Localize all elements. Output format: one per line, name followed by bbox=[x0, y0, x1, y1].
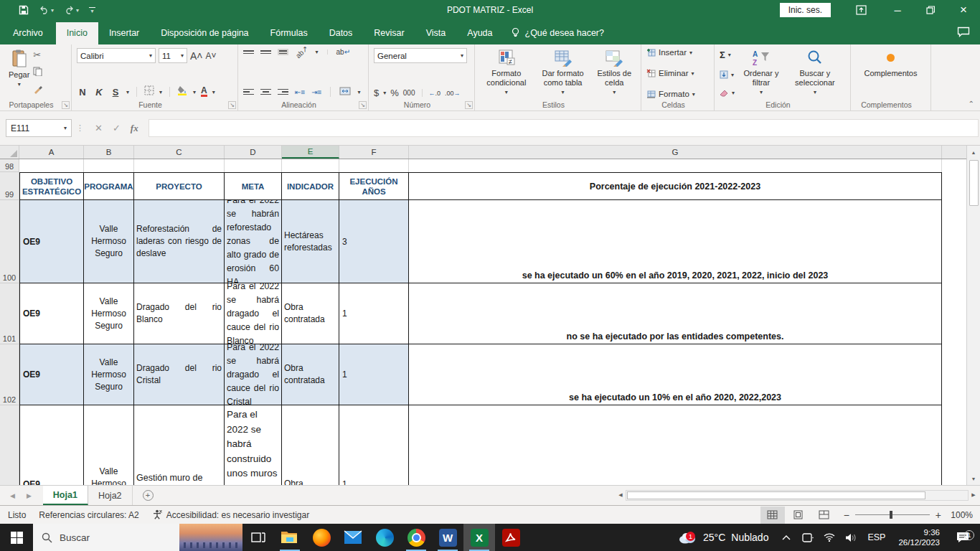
merge-center-icon[interactable] bbox=[339, 85, 351, 98]
comments-icon[interactable] bbox=[957, 27, 970, 40]
restore-button[interactable] bbox=[914, 0, 947, 20]
cell-a101[interactable]: OE9 bbox=[19, 283, 84, 344]
select-all-button[interactable] bbox=[0, 146, 19, 159]
merge-dropdown-icon[interactable]: ▾ bbox=[357, 89, 360, 95]
wrap-text-icon[interactable]: ab↵ bbox=[336, 48, 351, 56]
redo-button[interactable]: ▾ bbox=[64, 6, 79, 14]
addins-button[interactable]: Complementos bbox=[861, 48, 921, 98]
cell-g103[interactable] bbox=[409, 405, 942, 485]
cell-d99[interactable]: META bbox=[225, 172, 282, 200]
new-sheet-button[interactable]: + bbox=[143, 486, 154, 505]
cell-b99[interactable]: PROGRAMA bbox=[84, 172, 134, 200]
copy-icon[interactable] bbox=[33, 66, 42, 79]
currency-icon[interactable]: $ bbox=[374, 88, 379, 98]
delete-cells-button[interactable]: Eliminar▾ bbox=[646, 69, 709, 77]
tablet-mode-icon[interactable] bbox=[798, 533, 817, 542]
collapse-ribbon-icon[interactable]: ⌃ bbox=[969, 100, 974, 108]
page-break-view-button[interactable] bbox=[812, 507, 837, 524]
cell-c100[interactable]: Reforestación de laderas con riesgo de d… bbox=[134, 200, 225, 283]
vertical-scrollbar[interactable]: ▲ ▼ bbox=[966, 146, 980, 485]
format-cells-button[interactable]: Formato▾ bbox=[646, 90, 709, 98]
customize-qat-icon[interactable]: ▾ bbox=[89, 7, 95, 13]
underline-button[interactable]: S bbox=[110, 87, 121, 98]
ribbon-display-options-icon[interactable] bbox=[847, 0, 875, 20]
grow-font-icon[interactable]: A˄ bbox=[190, 50, 203, 62]
column-header-e[interactable]: E bbox=[282, 146, 339, 159]
undo-dropdown-icon[interactable]: ▾ bbox=[51, 7, 54, 14]
cell-f103[interactable]: 1 bbox=[339, 405, 409, 485]
column-header-f[interactable]: F bbox=[339, 146, 409, 159]
dialog-launcher-icon[interactable]: ↘ bbox=[465, 101, 473, 109]
paste-button[interactable]: Pegar ▾ bbox=[5, 48, 33, 98]
tray-chevron-icon[interactable] bbox=[777, 534, 796, 540]
cell-b103[interactable]: Valle Hermoso Seguro bbox=[84, 405, 134, 485]
minimize-button[interactable]: ─ bbox=[881, 0, 914, 20]
cell-d100[interactable]: Para el 2022 se habrán reforestado zonas… bbox=[225, 200, 282, 283]
tab-formulas[interactable]: Fórmulas bbox=[260, 22, 319, 44]
page-layout-view-button[interactable] bbox=[786, 507, 811, 524]
clear-icon[interactable]: ▾ bbox=[720, 89, 735, 97]
cell-d103[interactable]: Para el 2022 se habrá construido unos mu… bbox=[225, 405, 282, 485]
cell-e100[interactable]: Hectáreas reforestadas bbox=[282, 200, 339, 283]
font-name-box[interactable]: Calibri▾ bbox=[77, 48, 156, 63]
row-header-98[interactable]: 98 bbox=[0, 159, 19, 172]
undo-button[interactable]: ▾ bbox=[39, 6, 54, 14]
sign-in-button[interactable]: Inic. ses. bbox=[780, 3, 831, 17]
start-button[interactable] bbox=[0, 524, 33, 551]
horizontal-scrollbar[interactable]: ◀ ▶ bbox=[616, 489, 979, 501]
normal-view-button[interactable] bbox=[760, 507, 785, 524]
tab-ayuda[interactable]: Ayuda bbox=[456, 22, 503, 44]
cell-g102[interactable]: se ha ejecutado un 10% en el año 2020, 2… bbox=[409, 344, 942, 405]
name-box[interactable]: E111▾ bbox=[6, 119, 72, 137]
insert-function-icon[interactable]: fx bbox=[131, 123, 138, 134]
scroll-right-icon[interactable]: ▶ bbox=[969, 492, 979, 498]
row-header-100[interactable]: 100 bbox=[0, 200, 19, 283]
cell-f99[interactable]: EJECUCIÓN AÑOS bbox=[339, 172, 409, 200]
search-box-image[interactable] bbox=[179, 524, 242, 551]
zoom-in-icon[interactable]: + bbox=[936, 509, 941, 521]
scroll-left-icon[interactable]: ◀ bbox=[616, 492, 626, 498]
font-color-icon[interactable]: A bbox=[201, 87, 207, 97]
cell-f102[interactable]: 1 bbox=[339, 344, 409, 405]
increase-decimal-icon[interactable]: ←.0 bbox=[429, 90, 441, 97]
borders-dropdown-icon[interactable]: ▾ bbox=[159, 89, 162, 95]
sheet-tab-hoja1[interactable]: Hoja1 bbox=[43, 486, 88, 505]
bold-button[interactable]: N bbox=[77, 87, 88, 98]
circular-references-status[interactable]: Referencias circulares: A2 bbox=[32, 510, 145, 520]
find-select-button[interactable]: Buscar y seleccionar ▾ bbox=[785, 48, 845, 98]
weather-widget[interactable]: 1 25°C Nublado bbox=[672, 530, 774, 545]
row-header-99[interactable]: 99 bbox=[0, 172, 19, 200]
sheet-tab-hoja2[interactable]: Hoja2 bbox=[88, 486, 133, 505]
number-format-box[interactable]: General▾ bbox=[374, 48, 467, 63]
cell-d102[interactable]: Para el 2022 se habrá dragado el cauce d… bbox=[225, 344, 282, 405]
cell-c102[interactable]: Dragado del rio Cristal bbox=[134, 344, 225, 405]
cell-c101[interactable]: Dragado del rio Blanco bbox=[134, 283, 225, 344]
conditional-formatting-button[interactable]: ≠ Formato condicional ▾ bbox=[480, 48, 533, 98]
shrink-font-icon[interactable]: A˅ bbox=[206, 51, 217, 61]
insert-cells-button[interactable]: Insertar▾ bbox=[646, 48, 709, 57]
underline-dropdown-icon[interactable]: ▾ bbox=[126, 89, 129, 95]
sheet-nav-next-icon[interactable]: ▶ bbox=[27, 492, 32, 499]
zoom-thumb[interactable] bbox=[890, 511, 892, 519]
tab-vista[interactable]: Vista bbox=[415, 22, 457, 44]
close-button[interactable]: × bbox=[947, 0, 980, 20]
cell-a99[interactable]: OBJETIVO ESTRATÉGICO bbox=[19, 172, 84, 200]
cell[interactable] bbox=[134, 159, 225, 172]
cell[interactable] bbox=[339, 159, 409, 172]
scroll-up-icon[interactable]: ▲ bbox=[967, 146, 980, 159]
zoom-out-icon[interactable]: − bbox=[844, 509, 849, 521]
cell-styles-button[interactable]: Estilos de celda ▾ bbox=[593, 48, 636, 98]
column-header-c[interactable]: C bbox=[134, 146, 225, 159]
cell-a100[interactable]: OE9 bbox=[19, 200, 84, 283]
row-header-101[interactable]: 101 bbox=[0, 283, 19, 344]
fill-color-icon[interactable] bbox=[177, 85, 188, 98]
zoom-slider[interactable]: − + bbox=[844, 509, 941, 521]
format-painter-icon[interactable] bbox=[33, 84, 42, 97]
save-icon[interactable] bbox=[19, 5, 29, 15]
volume-icon[interactable] bbox=[842, 533, 860, 542]
tab-revisar[interactable]: Revisar bbox=[363, 22, 415, 44]
zoom-level[interactable]: 100% bbox=[948, 510, 979, 520]
cancel-icon[interactable]: ✕ bbox=[95, 123, 103, 133]
tab-datos[interactable]: Datos bbox=[319, 22, 364, 44]
align-right-icon[interactable] bbox=[278, 89, 288, 95]
